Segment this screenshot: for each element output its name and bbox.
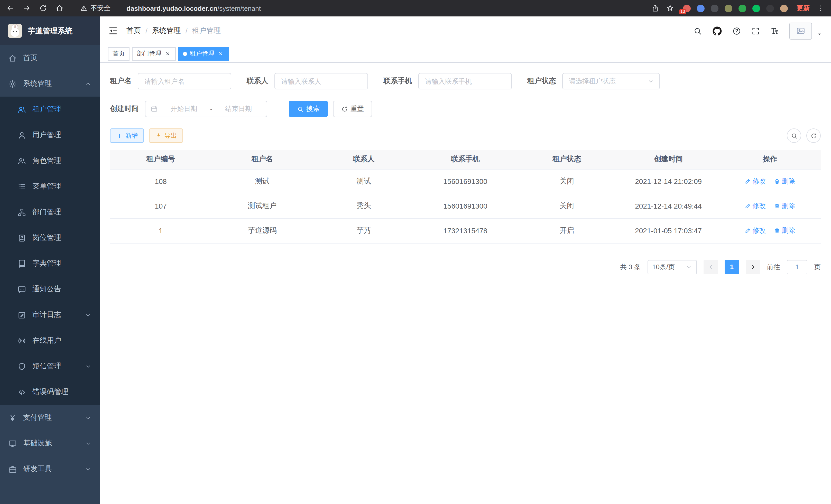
breadcrumb-item[interactable]: 系统管理 bbox=[152, 26, 181, 35]
sidebar-item-error-code[interactable]: 错误码管理 bbox=[0, 379, 100, 405]
filter-tenant-name: 租户名 bbox=[110, 73, 231, 89]
date-range-picker[interactable]: 开始日期 - 结束日期 bbox=[145, 101, 267, 117]
sidebar-item-label: 部门管理 bbox=[32, 208, 61, 217]
column-header: 租户编号 bbox=[110, 150, 211, 169]
filter-label-create-time: 创建时间 bbox=[110, 104, 139, 114]
export-button[interactable]: 导出 bbox=[149, 128, 183, 143]
search-icon bbox=[297, 106, 304, 112]
user-menu-caret-icon[interactable] bbox=[816, 31, 823, 37]
font-size-icon[interactable] bbox=[770, 26, 779, 35]
reload-icon[interactable] bbox=[39, 4, 47, 12]
github-icon[interactable] bbox=[712, 26, 722, 36]
fullscreen-icon[interactable] bbox=[751, 26, 760, 35]
sidebar-toggle-icon[interactable] bbox=[108, 26, 118, 36]
tab-dept[interactable]: 部门管理 bbox=[132, 47, 176, 60]
extension-blue[interactable] bbox=[697, 4, 705, 12]
page-number-1[interactable]: 1 bbox=[725, 260, 739, 274]
app-title: 芋道管理系统 bbox=[28, 26, 73, 36]
tenant-table: 租户编号租户名联系人联系手机租户状态创建时间操作 108测试测试15601691… bbox=[110, 150, 821, 243]
browser-menu-icon[interactable] bbox=[816, 4, 825, 12]
sidebar-item-dev-tool[interactable]: 研发工具 bbox=[0, 456, 100, 482]
forward-icon[interactable] bbox=[23, 4, 31, 12]
tenant-name-input[interactable] bbox=[138, 73, 231, 89]
sidebar: 芋道管理系统 首页系统管理租户管理用户管理角色管理菜单管理部门管理岗位管理字典管… bbox=[0, 17, 100, 504]
back-icon[interactable] bbox=[6, 4, 15, 12]
sidebar-item-dict[interactable]: 字典管理 bbox=[0, 251, 100, 276]
sidebar-item-infra[interactable]: 基础设施 bbox=[0, 431, 100, 456]
sidebar-item-system[interactable]: 系统管理 bbox=[0, 71, 100, 97]
delete-link[interactable]: 删除 bbox=[774, 226, 795, 235]
update-button[interactable]: 更新 bbox=[797, 4, 810, 13]
browser-chrome: 不安全 dashboard.yudao.iocoder.cn/system/te… bbox=[0, 0, 831, 17]
sidebar-item-dept[interactable]: 部门管理 bbox=[0, 199, 100, 225]
users-icon bbox=[18, 105, 26, 114]
contact-name-input[interactable] bbox=[275, 73, 368, 89]
edit-link[interactable]: 修改 bbox=[745, 226, 766, 235]
chevron-up-icon bbox=[85, 80, 91, 87]
security-chip[interactable]: 不安全 bbox=[80, 4, 118, 13]
delete-link[interactable]: 删除 bbox=[774, 201, 795, 211]
cell-operations: 修改删除 bbox=[719, 194, 821, 218]
extension-gray[interactable] bbox=[766, 4, 774, 12]
message-icon bbox=[18, 285, 26, 294]
reset-button[interactable]: 重置 bbox=[333, 101, 372, 117]
chevron-down-icon bbox=[85, 414, 91, 421]
search-button[interactable]: 搜索 bbox=[289, 101, 328, 117]
signal-icon bbox=[18, 336, 26, 345]
sidebar-item-user[interactable]: 用户管理 bbox=[0, 122, 100, 148]
close-icon[interactable] bbox=[164, 50, 171, 57]
contact-mobile-input[interactable] bbox=[418, 73, 512, 89]
cell-operations: 修改删除 bbox=[719, 218, 821, 243]
avatar[interactable] bbox=[790, 22, 812, 39]
extension-dark[interactable] bbox=[711, 4, 718, 12]
filter-fields: 租户名联系人联系手机租户状态请选择租户状态 bbox=[110, 73, 675, 89]
extension-olive[interactable] bbox=[725, 4, 732, 12]
sidebar-item-sms[interactable]: 短信管理 bbox=[0, 353, 100, 379]
profile-avatar[interactable] bbox=[780, 4, 788, 12]
toggle-search-button[interactable] bbox=[787, 128, 801, 143]
add-button[interactable]: 新增 bbox=[110, 128, 144, 143]
extension-green[interactable] bbox=[739, 4, 746, 12]
tenant-status-select[interactable]: 请选择租户状态 bbox=[562, 73, 660, 89]
delete-link[interactable]: 删除 bbox=[774, 177, 795, 186]
tab-label: 部门管理 bbox=[137, 49, 161, 58]
goto-page-input[interactable] bbox=[787, 260, 807, 274]
edit-link[interactable]: 修改 bbox=[745, 201, 766, 211]
sidebar-item-audit-log[interactable]: 审计日志 bbox=[0, 302, 100, 328]
sidebar-item-home[interactable]: 首页 bbox=[0, 45, 100, 71]
help-icon[interactable] bbox=[732, 26, 741, 35]
breadcrumb-separator: / bbox=[185, 27, 188, 35]
sidebar-item-tenant[interactable]: 租户管理 bbox=[0, 97, 100, 122]
breadcrumb-item[interactable]: 首页 bbox=[126, 26, 141, 35]
column-header: 租户名 bbox=[211, 150, 313, 169]
address-bar[interactable]: dashboard.yudao.iocoder.cn/system/tenant bbox=[126, 4, 261, 12]
extension-red[interactable]: 10 bbox=[683, 4, 691, 12]
prev-page-button[interactable] bbox=[704, 260, 718, 274]
page-size-select[interactable]: 10条/页 bbox=[648, 260, 697, 274]
app-logo[interactable]: 芋道管理系统 bbox=[0, 17, 100, 45]
logo-image bbox=[7, 23, 23, 38]
close-icon[interactable] bbox=[217, 50, 224, 57]
cell-id: 108 bbox=[110, 169, 211, 194]
sidebar-item-pay[interactable]: 支付管理 bbox=[0, 405, 100, 431]
active-tab-dot bbox=[183, 52, 187, 56]
sidebar-item-role[interactable]: 角色管理 bbox=[0, 148, 100, 174]
filter-label-tenant-name: 租户名 bbox=[110, 77, 132, 86]
refresh-table-button[interactable] bbox=[806, 128, 821, 143]
sidebar-item-notice[interactable]: 通知公告 bbox=[0, 276, 100, 302]
extension-wechat[interactable] bbox=[752, 4, 760, 12]
bookmark-star-icon[interactable] bbox=[666, 4, 674, 12]
sidebar-item-menu[interactable]: 菜单管理 bbox=[0, 174, 100, 199]
cell-created: 2021-12-14 21:02:09 bbox=[618, 169, 719, 194]
sidebar-item-post[interactable]: 岗位管理 bbox=[0, 225, 100, 251]
browser-home-icon[interactable] bbox=[56, 4, 64, 12]
sidebar-item-online-user[interactable]: 在线用户 bbox=[0, 328, 100, 353]
filter-contact-name: 联系人 bbox=[247, 73, 368, 89]
share-icon[interactable] bbox=[651, 4, 659, 12]
edit-link[interactable]: 修改 bbox=[745, 177, 766, 186]
shield-icon bbox=[18, 362, 26, 371]
header-search-icon[interactable] bbox=[693, 26, 702, 35]
tab-home[interactable]: 首页 bbox=[108, 47, 130, 60]
next-page-button[interactable] bbox=[746, 260, 760, 274]
tab-tenant[interactable]: 租户管理 bbox=[178, 47, 229, 60]
